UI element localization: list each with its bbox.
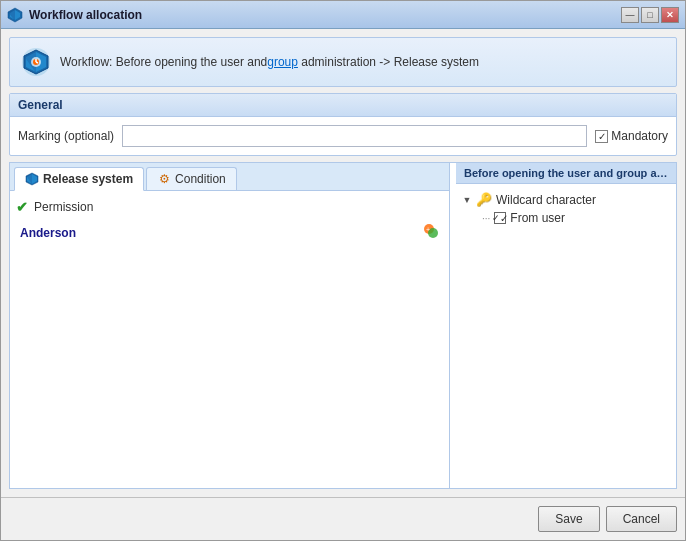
general-body: Marking (optional) Mandatory [10, 117, 676, 155]
tree-item-wildcard[interactable]: ▼ 🔑 Wildcard character [462, 190, 670, 209]
tab-release-system-label: Release system [43, 172, 133, 186]
info-suffix: administration -> Release system [298, 55, 479, 69]
tab-content-release-system: ✔ Permission Anderson + [10, 191, 449, 488]
user-row: Anderson + [16, 221, 443, 244]
title-controls: — □ ✕ [621, 7, 679, 23]
release-system-tab-icon [25, 172, 39, 186]
main-area: Release system ⚙ Condition ✔ Permission … [9, 162, 677, 489]
info-bar: Workflow: Before opening the user andgro… [9, 37, 677, 87]
wildcard-label: Wildcard character [496, 193, 596, 207]
cancel-button[interactable]: Cancel [606, 506, 677, 532]
tree-connector: ··· [482, 213, 490, 224]
mandatory-group: Mandatory [595, 129, 668, 143]
user-action-icon[interactable]: + [423, 223, 439, 242]
user-name: Anderson [20, 226, 76, 240]
window-icon [7, 7, 23, 23]
workflow-icon [20, 46, 52, 78]
save-button[interactable]: Save [538, 506, 599, 532]
maximize-button[interactable]: □ [641, 7, 659, 23]
mandatory-label: Mandatory [611, 129, 668, 143]
title-bar: Workflow allocation — □ ✕ [1, 1, 685, 29]
tree-item-from-user[interactable]: ··· ✓ From user [462, 209, 670, 227]
marking-label: Marking (optional) [18, 129, 114, 143]
workflow-allocation-window: Workflow allocation — □ ✕ [0, 0, 686, 541]
general-section: General Marking (optional) Mandatory [9, 93, 677, 156]
tab-condition[interactable]: ⚙ Condition [146, 167, 237, 190]
title-bar-left: Workflow allocation [7, 7, 142, 23]
window-content: Workflow: Before opening the user andgro… [1, 29, 685, 497]
general-header: General [10, 94, 676, 117]
minimize-button[interactable]: — [621, 7, 639, 23]
permission-label: Permission [34, 200, 93, 214]
permission-check-icon: ✔ [16, 199, 28, 215]
right-panel-header: Before opening the user and group adm [456, 163, 676, 184]
tab-condition-label: Condition [175, 172, 226, 186]
permission-row: ✔ Permission [16, 197, 443, 217]
right-panel: Before opening the user and group adm ▼ … [456, 163, 676, 488]
info-text: Workflow: Before opening the user andgro… [60, 55, 479, 69]
window-title: Workflow allocation [29, 8, 142, 22]
condition-tab-icon: ⚙ [157, 172, 171, 186]
tree-area: ▼ 🔑 Wildcard character ··· ✓ From user [456, 184, 676, 488]
info-prefix: Workflow: Before opening the user and [60, 55, 267, 69]
left-panel: Release system ⚙ Condition ✔ Permission … [10, 163, 450, 488]
svg-text:+: + [426, 226, 430, 233]
footer: Save Cancel [1, 497, 685, 540]
from-user-label: From user [510, 211, 565, 225]
from-user-checkbox[interactable]: ✓ [494, 212, 506, 224]
tabs-bar: Release system ⚙ Condition [10, 163, 449, 191]
wildcard-icon: 🔑 [476, 192, 492, 207]
marking-input[interactable] [122, 125, 587, 147]
mandatory-checkbox[interactable] [595, 130, 608, 143]
group-link[interactable]: group [267, 55, 298, 69]
tree-expand-icon: ▼ [462, 195, 472, 205]
svg-line-10 [36, 62, 38, 63]
tab-release-system[interactable]: Release system [14, 167, 144, 191]
close-button[interactable]: ✕ [661, 7, 679, 23]
